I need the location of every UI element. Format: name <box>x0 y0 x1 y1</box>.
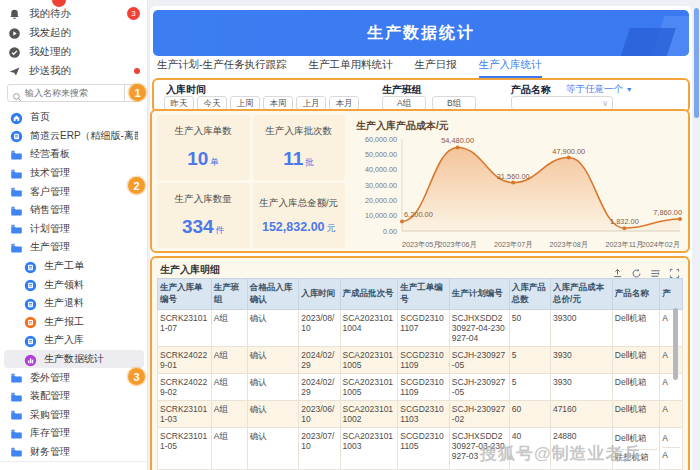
time-button-上月[interactable]: 上月 <box>296 96 326 110</box>
time-button-昨天[interactable]: 昨天 <box>164 96 194 110</box>
svg-text:20,000.00: 20,000.00 <box>365 196 397 205</box>
home-icon <box>10 111 23 124</box>
sidebar-item-装配管理[interactable]: 装配管理 <box>0 387 148 406</box>
sidebar-item-客户管理[interactable]: 客户管理 <box>0 182 148 201</box>
table-cell: SCA20231011003 <box>340 428 398 470</box>
sidebar-item-label: 生产报工 <box>44 315 84 329</box>
sidebar-divider <box>0 461 148 462</box>
svg-text:30,000.00: 30,000.00 <box>365 181 397 190</box>
quick-item-抄送我的[interactable]: 抄送我的 <box>0 61 148 80</box>
search-box[interactable] <box>7 84 125 102</box>
table-cell: 50 <box>509 310 550 347</box>
sidebar-item-生产入库[interactable]: 生产入库 <box>0 331 148 350</box>
sidebar-item-销售管理[interactable]: 销售管理 <box>0 201 148 220</box>
table-cell: 确认 <box>247 374 299 401</box>
sidebar-item-采购管理[interactable]: 采购管理 <box>0 406 148 425</box>
sidebar-item-库存管理[interactable]: 库存管理 <box>0 424 148 443</box>
sidebar-item-label: 简道云ERP（精细版-离散MTO）「 <box>30 129 138 143</box>
table-cell: 确认 <box>247 310 299 347</box>
sidebar-item-首页[interactable]: 首页 <box>0 108 148 127</box>
table-row[interactable]: SCRK231011-07A组确认2023/08/10SCA2023101100… <box>158 310 683 347</box>
table-toolbar <box>612 265 680 276</box>
sidebar-item-生产领料[interactable]: 生产领料 <box>0 275 148 294</box>
sidebar-item-label: 生产数据统计 <box>44 352 104 366</box>
svg-text:2023年05月: 2023年05月 <box>402 240 440 249</box>
quick-item-label: 抄送我的 <box>29 64 134 78</box>
table-row[interactable]: SCRK240229-01A组确认2024/02/29SCA2023101100… <box>158 347 683 374</box>
table-cell: SCA20231011005 <box>340 347 398 374</box>
refresh-icon[interactable] <box>631 265 642 276</box>
stat-card-生产入库单数: 生产入库单数10单 <box>157 115 250 180</box>
table-scrollbar[interactable] <box>673 308 678 458</box>
doc-icon <box>24 297 37 310</box>
table-row[interactable]: SCRK240229-02A组确认2024/02/29SCA2023101100… <box>158 374 683 401</box>
column-header-生产班组: 生产班组 <box>211 279 247 310</box>
time-button-本周[interactable]: 本周 <box>263 96 293 110</box>
table-cell: A <box>660 374 683 401</box>
table-cell: A <box>660 347 683 374</box>
quick-item-我的待办[interactable]: 我的待办3 <box>0 4 148 23</box>
sidebar-item-label: 生产工单 <box>44 259 84 273</box>
table-cell: A <box>660 401 683 428</box>
export-icon[interactable] <box>612 265 623 276</box>
product-select[interactable]: ∨ <box>511 96 613 110</box>
sidebar-search: ▾ <box>7 84 141 102</box>
column-header-生产工单编号: 生产工单编号 <box>398 279 450 310</box>
table-cell: Dell机箱 <box>612 374 659 401</box>
folder-icon <box>10 371 23 384</box>
table-cell: 3930 <box>550 347 612 374</box>
tab-生产工单用料统计[interactable]: 生产工单用料统计 <box>309 58 393 78</box>
time-button-上周[interactable]: 上周 <box>230 96 260 110</box>
table-cell: SCA20231011002 <box>340 401 398 428</box>
table-cell: SCRK231011-05 <box>158 428 212 470</box>
sidebar-item-生产报工[interactable]: 生产报工 <box>0 313 148 332</box>
stat-value: 11批 <box>283 148 314 170</box>
main-scrollbar[interactable] <box>694 8 699 463</box>
tab-bar: 生产计划-生产任务执行跟踪生产工单用料统计生产日报生产入库统计 <box>157 58 687 78</box>
tab-生产计划-生产任务执行跟踪[interactable]: 生产计划-生产任务执行跟踪 <box>157 58 287 78</box>
sidebar-item-财务管理[interactable]: 财务管理 <box>0 443 148 462</box>
table-header-bar: 生产入库明细 <box>160 263 680 277</box>
svg-text:40,000.00: 40,000.00 <box>365 165 397 174</box>
svg-text:2024年02月: 2024年02月 <box>642 240 680 249</box>
product-operator-link[interactable]: 等于任意一个 ▼ <box>566 83 633 96</box>
quick-item-label: 我的待办 <box>29 7 127 21</box>
tab-生产入库统计[interactable]: 生产入库统计 <box>479 58 542 78</box>
sidebar-item-label: 计划管理 <box>30 222 70 236</box>
sidebar-item-生产管理[interactable]: 生产管理 <box>0 238 148 257</box>
quick-item-label: 我处理的 <box>29 45 140 59</box>
time-button-今天[interactable]: 今天 <box>197 96 227 110</box>
search-input[interactable] <box>25 88 111 98</box>
team-button-A组[interactable]: A组 <box>382 96 426 110</box>
sidebar-item-生产退料[interactable]: 生产退料 <box>0 294 148 313</box>
team-button-B组[interactable]: B组 <box>432 96 476 110</box>
sidebar-item-生产工单[interactable]: 生产工单 <box>0 257 148 276</box>
table-cell: SCGD23101103 <box>398 401 450 428</box>
team-filter-buttons: A组B组 <box>382 96 482 110</box>
column-config-icon[interactable] <box>650 265 661 276</box>
sidebar-item-label: 生产管理 <box>30 240 70 254</box>
table-row[interactable]: SCRK231011-03A组确认2023/06/10SCA2023101100… <box>158 401 683 428</box>
sidebar-item-委外管理[interactable]: 委外管理 <box>0 368 148 387</box>
table-cell: 2023/06/10 <box>299 401 340 428</box>
table-title: 生产入库明细 <box>160 263 612 277</box>
folder-icon <box>10 204 23 217</box>
table-cell: 60 <box>509 401 550 428</box>
table-cell: Dell机箱 <box>612 401 659 428</box>
sidebar-item-计划管理[interactable]: 计划管理 <box>0 220 148 239</box>
chevron-down-icon: ∨ <box>602 99 608 108</box>
sidebar-item-简道云ERP（精细版-离散MTO）「[interactable]: 简道云ERP（精细版-离散MTO）「 <box>0 127 148 146</box>
time-button-本月[interactable]: 本月 <box>329 96 359 110</box>
sidebar-item-生产数据统计[interactable]: 生产数据统计 <box>4 350 144 369</box>
quick-item-我处理的[interactable]: 我处理的 <box>0 42 148 61</box>
quick-item-我发起的[interactable]: 我发起的 <box>0 23 148 42</box>
fullscreen-icon[interactable] <box>669 265 680 276</box>
table-cell: 5 <box>509 347 550 374</box>
doc-icon <box>24 315 37 328</box>
sidebar-item-技术管理[interactable]: 技术管理 <box>0 164 148 183</box>
stat-unit: 件 <box>216 225 225 235</box>
table-cell: 39300 <box>550 310 612 347</box>
tab-生产日报[interactable]: 生产日报 <box>415 58 457 78</box>
sidebar-item-经营看板[interactable]: 经营看板 <box>0 145 148 164</box>
unread-badge: 3 <box>127 7 140 20</box>
